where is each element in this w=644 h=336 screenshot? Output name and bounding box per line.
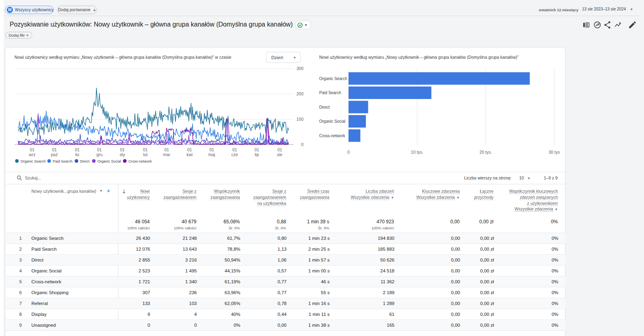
svg-text:01: 01: [164, 147, 169, 152]
svg-text:mar: mar: [163, 152, 171, 157]
svg-text:paź: paź: [51, 152, 58, 157]
svg-text:Paid Search: Paid Search: [53, 159, 72, 163]
svg-text:Paid Search: Paid Search: [319, 91, 341, 95]
svg-text:sty: sty: [120, 152, 125, 157]
svg-text:20 tys.: 20 tys.: [479, 150, 492, 155]
svg-text:01: 01: [75, 147, 80, 152]
svg-text:Direct: Direct: [319, 105, 330, 109]
svg-text:100: 100: [296, 117, 303, 122]
svg-text:lis: lis: [75, 152, 79, 157]
svg-text:Cross-network: Cross-network: [319, 134, 345, 138]
svg-text:maj: maj: [208, 152, 215, 157]
svg-text:01: 01: [187, 147, 192, 152]
svg-text:Organic Social: Organic Social: [319, 119, 345, 124]
svg-text:kwi: kwi: [186, 152, 192, 157]
svg-text:Organic Search: Organic Search: [319, 76, 347, 81]
svg-text:lip: lip: [255, 152, 259, 157]
svg-text:Organic Social: Organic Social: [97, 159, 121, 163]
svg-text:30 tys: 30 tys: [549, 150, 560, 155]
svg-text:01: 01: [30, 147, 35, 152]
svg-text:01: 01: [120, 147, 125, 152]
svg-text:Cross-network: Cross-network: [128, 159, 152, 163]
svg-text:sie: sie: [277, 152, 283, 157]
svg-text:01: 01: [232, 147, 237, 152]
svg-text:0: 0: [301, 142, 303, 147]
svg-text:01: 01: [143, 147, 148, 152]
svg-text:200: 200: [296, 91, 303, 96]
svg-text:300: 300: [296, 66, 303, 71]
svg-text:10 tys.: 10 tys.: [411, 150, 423, 155]
svg-text:01: 01: [277, 147, 282, 152]
svg-text:Direct: Direct: [80, 159, 90, 163]
svg-text:lut: lut: [143, 152, 147, 157]
svg-text:cze: cze: [231, 152, 238, 157]
svg-text:01: 01: [97, 147, 102, 152]
svg-text:wrz: wrz: [29, 152, 35, 157]
svg-text:01: 01: [52, 147, 57, 152]
svg-text:0: 0: [347, 150, 350, 155]
svg-text:01: 01: [209, 147, 214, 152]
svg-text:gru: gru: [96, 152, 102, 157]
svg-text:01: 01: [254, 147, 259, 152]
svg-text:Organic Search: Organic Search: [21, 159, 46, 163]
